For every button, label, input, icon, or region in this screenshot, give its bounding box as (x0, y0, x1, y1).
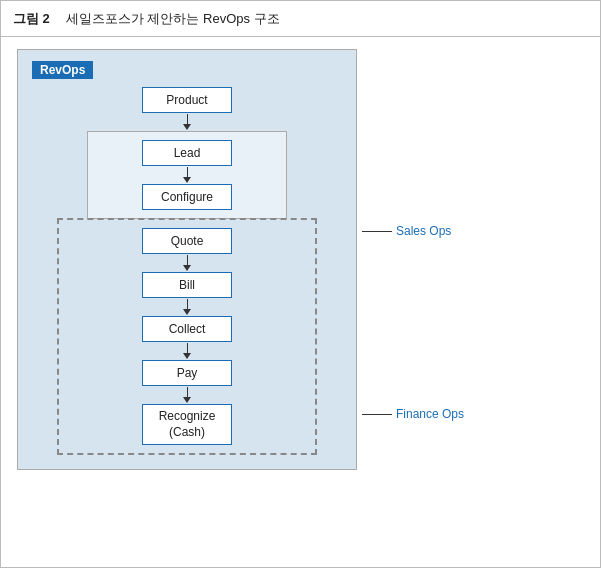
sales-ops-label: Sales Ops (396, 224, 451, 238)
box-configure: Configure (142, 184, 232, 210)
sales-ops-connector (362, 231, 392, 232)
arrow-product-lead (183, 113, 191, 131)
arrow-bill-collect (183, 298, 191, 316)
box-collect: Collect (142, 316, 232, 342)
title-bar: 그림 2 세일즈포스가 제안하는 RevOps 구조 (1, 1, 600, 37)
finance-ops-label-group: Finance Ops (362, 407, 464, 421)
revops-badge: RevOps (32, 61, 93, 79)
box-lead: Lead (142, 140, 232, 166)
content-area: RevOps Product Lead Configure Quote (1, 37, 600, 567)
figure-title: 세일즈포스가 제안하는 RevOps 구조 (66, 10, 280, 28)
flow-wrapper: Product Lead Configure Quote Bill (32, 87, 342, 455)
arrow-quote-bill (183, 254, 191, 272)
diagram-container: RevOps Product Lead Configure Quote (17, 49, 584, 470)
box-pay: Pay (142, 360, 232, 386)
finance-ops-box: Quote Bill Collect Pay Recognize(Cash) (57, 218, 317, 455)
arrow-lead-configure (183, 166, 191, 184)
arrow-pay-recognize (183, 386, 191, 404)
sales-ops-label-group: Sales Ops (362, 224, 451, 238)
finance-ops-label: Finance Ops (396, 407, 464, 421)
outer-frame: 그림 2 세일즈포스가 제안하는 RevOps 구조 RevOps Produc… (0, 0, 601, 568)
finance-ops-connector (362, 414, 392, 415)
box-recognize: Recognize(Cash) (142, 404, 232, 445)
revops-box: RevOps Product Lead Configure Quote (17, 49, 357, 470)
sales-ops-box: Lead Configure (87, 131, 287, 219)
box-bill: Bill (142, 272, 232, 298)
box-product: Product (142, 87, 232, 113)
arrow-collect-pay (183, 342, 191, 360)
figure-label: 그림 2 (13, 10, 50, 28)
box-quote: Quote (142, 228, 232, 254)
